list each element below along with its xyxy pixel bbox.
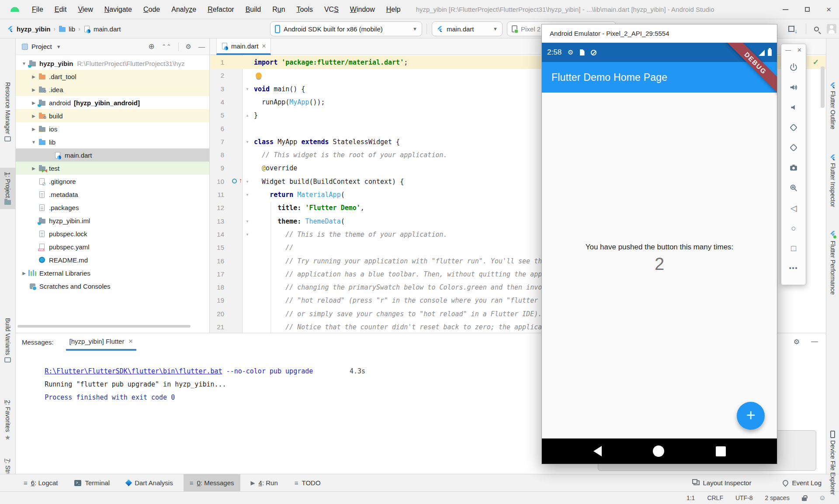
hide-panel-icon[interactable]: — xyxy=(198,43,205,50)
gutter-line-21[interactable]: 21 xyxy=(210,321,243,333)
gutter-line-3[interactable]: 3▾ xyxy=(210,83,243,96)
gutter-line-13[interactable]: 13▾ xyxy=(210,215,243,228)
gutter-line-7[interactable]: 7▾ xyxy=(210,135,243,148)
messages-tab-flutter[interactable]: [hyzp_yibin] Flutter ✕ xyxy=(66,333,137,351)
collapse-all-icon[interactable]: ⌃⌃ xyxy=(162,43,171,50)
search-icon[interactable] xyxy=(814,27,819,31)
volume-down-icon[interactable] xyxy=(789,103,798,112)
menu-build[interactable]: Build xyxy=(240,6,267,13)
home-icon[interactable]: ○ xyxy=(789,223,798,233)
gutter-line-14[interactable]: 14▾ xyxy=(210,228,243,241)
rotate-right-icon[interactable] xyxy=(789,143,798,152)
menu-run[interactable]: Run xyxy=(267,6,291,13)
nav-back-button[interactable] xyxy=(593,446,602,456)
lock-icon[interactable] xyxy=(802,497,807,501)
collapsed-arrow-icon[interactable]: ▶ xyxy=(29,100,38,105)
tree-row-test[interactable]: ▶test xyxy=(16,162,209,175)
emulator-screen[interactable]: 2:58 ⚙ Flutter Demo Home Page DEBUG You … xyxy=(542,43,777,464)
gear-icon[interactable]: ⚙ xyxy=(186,43,191,51)
tool-tab-0-messages[interactable]: ≡0: Messages xyxy=(184,474,240,492)
gutter-line-2[interactable]: 2 xyxy=(210,69,243,82)
rotate-left-icon[interactable] xyxy=(789,123,798,132)
tree-row-hyzp-yibin-iml[interactable]: hyzp_yibin.iml xyxy=(16,214,209,227)
breadcrumb-project[interactable]: hyzp_yibin xyxy=(17,25,51,33)
run-config-selector[interactable]: main.dart ▼ xyxy=(432,21,503,36)
close-tab-icon[interactable]: ✕ xyxy=(128,338,133,345)
gutter-line-11[interactable]: 11▾ xyxy=(210,188,243,201)
tree-row-build[interactable]: ▶⚙build xyxy=(16,109,209,122)
expanded-arrow-icon[interactable]: ▼ xyxy=(19,61,29,66)
line-ending[interactable]: CRLF xyxy=(707,494,723,501)
inspection-profile-icon[interactable]: ☺ xyxy=(819,494,826,501)
tree-row-hyzp-yibin[interactable]: ▼hyzp_yibinR:\FlutterProject\FlutterProj… xyxy=(16,57,209,70)
gutter-line-10[interactable]: 10↑▾ xyxy=(210,175,243,188)
fold-marker-icon[interactable]: ▾ xyxy=(244,228,250,241)
editor-scrollbar[interactable] xyxy=(821,66,825,108)
gutter-line-9[interactable]: 9 xyxy=(210,162,243,175)
menu-navigate[interactable]: Navigate xyxy=(99,6,138,13)
encoding[interactable]: UTF-8 xyxy=(735,494,753,501)
fold-marker-icon[interactable]: ▴ xyxy=(244,109,250,122)
menu-analyze[interactable]: Analyze xyxy=(166,6,202,13)
overview-icon[interactable]: □ xyxy=(789,243,798,253)
screenshot-camera-icon[interactable] xyxy=(789,163,798,173)
tree-row-pubspec-yaml[interactable]: YMLpubspec.yaml xyxy=(16,240,209,253)
tree-row-lib[interactable]: ▼lib xyxy=(16,135,209,148)
gutter-line-8[interactable]: 8 xyxy=(210,148,243,162)
gutter-line-18[interactable]: 18 xyxy=(210,281,243,294)
gutter-line-15[interactable]: 15 xyxy=(210,241,243,254)
stripe-tab-1-project[interactable]: 1: Project xyxy=(0,168,15,209)
gutter-line-12[interactable]: 12 xyxy=(210,201,243,214)
collapsed-arrow-icon[interactable]: ▶ xyxy=(29,166,38,171)
breadcrumb-lib[interactable]: lib xyxy=(69,25,75,33)
back-icon[interactable]: ◁ xyxy=(789,203,798,213)
menu-code[interactable]: Code xyxy=(138,6,166,13)
tool-tab-layout-inspector[interactable]: Layout Inspector xyxy=(687,474,758,492)
zoom-icon[interactable] xyxy=(789,183,798,193)
collapsed-arrow-icon[interactable]: ▶ xyxy=(29,87,38,92)
tree-row-main-dart[interactable]: main.dart xyxy=(16,148,209,162)
menu-help[interactable]: Help xyxy=(381,6,406,13)
close-icon[interactable]: ✕ xyxy=(797,47,802,57)
tree-row-pubspec-lock[interactable]: pubspec.lock xyxy=(16,227,209,240)
gutter-line-16[interactable]: 16 xyxy=(210,255,243,268)
minimize-icon[interactable]: — xyxy=(785,47,791,57)
tool-tab-terminal[interactable]: >_Terminal xyxy=(68,474,116,492)
menu-refactor[interactable]: Refactor xyxy=(202,6,239,13)
breadcrumb-file[interactable]: main.dart xyxy=(94,25,121,33)
locate-file-icon[interactable]: ⊕ xyxy=(149,42,155,51)
tree-row-scratches-and-consoles[interactable]: Scratches and Consoles xyxy=(16,280,209,293)
stripe-tab-2-favorites[interactable]: 2: Favorites★ xyxy=(0,400,15,441)
collapsed-arrow-icon[interactable]: ▶ xyxy=(29,127,38,131)
stripe-tab-flutter-inspector[interactable]: Flutter Inspector xyxy=(826,154,839,207)
device-selector[interactable]: Android SDK built for x86 (mobile) ▼ xyxy=(270,21,422,36)
horizontal-scrollbar[interactable] xyxy=(17,325,191,328)
tree-row--packages[interactable]: .packages xyxy=(16,201,209,214)
gutter-line-4[interactable]: 4 xyxy=(210,96,243,109)
fold-marker-icon[interactable]: ▾ xyxy=(244,215,250,228)
collapsed-arrow-icon[interactable]: ▶ xyxy=(19,271,29,276)
profile-avatar[interactable] xyxy=(827,24,836,34)
collapsed-arrow-icon[interactable]: ▶ xyxy=(29,114,38,118)
nav-overview-button[interactable] xyxy=(716,446,726,456)
fold-marker-icon[interactable]: ▾ xyxy=(244,175,250,188)
gutter-line-1[interactable]: 1 xyxy=(210,56,243,69)
collapsed-arrow-icon[interactable]: ▶ xyxy=(29,74,38,79)
fab-increment-button[interactable]: + xyxy=(737,402,765,430)
close-tab-icon[interactable]: ✕ xyxy=(262,43,267,49)
menu-view[interactable]: View xyxy=(72,6,98,13)
sdk-manager-icon[interactable] xyxy=(788,26,794,32)
gear-icon[interactable]: ⚙ xyxy=(794,338,800,346)
emulator-title-bar[interactable]: Android Emulator - Pixel_2_API_29:5554 xyxy=(542,24,777,43)
menu-window[interactable]: Window xyxy=(344,6,381,13)
hide-panel-icon[interactable]: — xyxy=(811,338,818,346)
menu-vcs[interactable]: VCS xyxy=(319,6,344,13)
stripe-tab-build-variants[interactable]: Build Variants xyxy=(0,318,15,362)
power-icon[interactable] xyxy=(789,62,798,72)
override-method-icon[interactable] xyxy=(232,179,237,183)
menu-tools[interactable]: Tools xyxy=(291,6,319,13)
gutter-line-5[interactable]: 5▴ xyxy=(210,109,243,122)
tool-tab-event-log[interactable]: Event Log xyxy=(777,474,828,492)
minimize-icon[interactable] xyxy=(783,9,788,10)
tree-row--metadata[interactable]: .metadata xyxy=(16,188,209,201)
